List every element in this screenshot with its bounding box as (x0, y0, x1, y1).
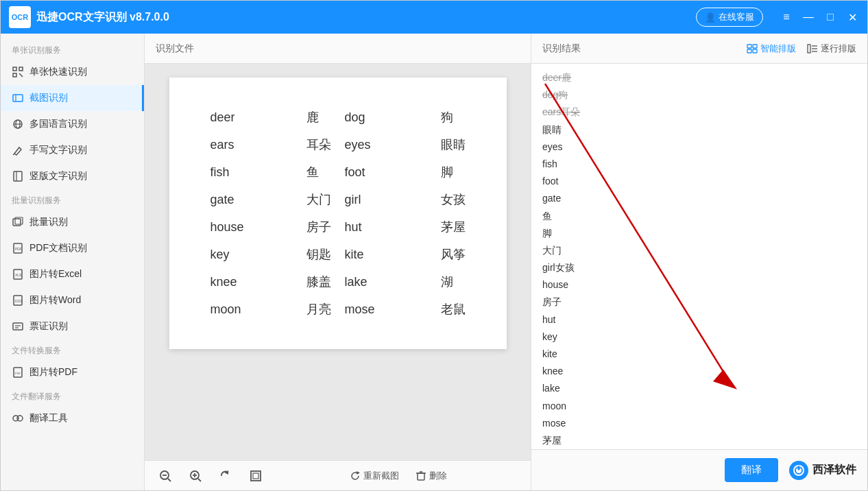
watermark-area: 西泽软件 (789, 461, 856, 480)
sidebar-item-img2pdf[interactable]: PDF 图片转PDF (1, 359, 144, 385)
fit-button[interactable] (246, 466, 265, 486)
result-item[interactable]: mose (542, 415, 856, 432)
globe-icon (12, 118, 24, 130)
svg-marker-37 (357, 471, 360, 475)
multilang-label: 多国语言识别 (29, 118, 87, 130)
sidebar-item-idcard[interactable]: 票证识别 (1, 313, 144, 339)
section2-title: 批量识别服务 (1, 189, 144, 209)
word-en: deer (210, 105, 265, 130)
online-service-button[interactable]: 👤 在线客服 (696, 8, 763, 27)
list-item: foot脚 (345, 160, 466, 184)
result-item[interactable]: key (542, 328, 856, 346)
img2pdf-label: 图片转PDF (29, 366, 77, 379)
result-item[interactable]: lake (542, 380, 856, 397)
word-cn: 老鼠 (441, 297, 466, 322)
sidebar-item-handwriting[interactable]: 手写文字识别 (1, 137, 144, 163)
result-item[interactable]: 鱼 (542, 208, 856, 225)
svg-point-26 (17, 416, 23, 421)
result-item[interactable]: girl女孩 (542, 259, 856, 276)
sidebar-item-word[interactable]: DOC 图片转Word (1, 287, 144, 313)
result-item[interactable]: fish (542, 156, 856, 173)
translate-button[interactable]: 翻译 (725, 458, 778, 482)
list-item: eyes眼睛 (345, 132, 466, 157)
word-cn: 风筝 (441, 242, 466, 267)
titlebar-actions: 👤 在线客服 ≡ — □ ✕ (696, 8, 859, 27)
sidebar-item-single-scan[interactable]: 单张快速识别 (1, 59, 144, 85)
svg-text:XLS: XLS (15, 273, 22, 277)
list-item: dog狗 (345, 105, 466, 130)
result-item[interactable]: knee (542, 363, 856, 380)
svg-line-9 (13, 154, 14, 155)
screenshot-icon (12, 92, 24, 104)
svg-rect-43 (747, 49, 751, 53)
zoom-in-button[interactable] (186, 466, 205, 486)
image-panel-title: 识别文件 (156, 43, 194, 55)
smart-layout-button[interactable]: 智能排版 (747, 43, 796, 55)
svg-line-33 (198, 479, 201, 481)
result-item[interactable]: 脚 (542, 225, 856, 242)
rotate-button[interactable] (216, 466, 235, 486)
result-item[interactable]: 茅屋 (542, 432, 856, 449)
result-item[interactable]: foot (542, 173, 856, 190)
result-item[interactable]: kite (542, 346, 856, 363)
result-item[interactable]: eyes (542, 139, 856, 156)
sidebar-item-multilang[interactable]: 多国语言识别 (1, 111, 144, 137)
sidebar-item-vertical[interactable]: 竖版文字识别 (1, 163, 144, 189)
svg-text:PDF: PDF (15, 372, 21, 375)
screenshot-label: 截图识别 (29, 92, 68, 104)
word-cn: 膝盖 (306, 270, 331, 294)
sidebar-item-excel[interactable]: XLS 图片转Excel (1, 261, 144, 287)
sidebar-item-batch[interactable]: 批量识别 (1, 209, 144, 235)
section4-title: 文件翻译服务 (1, 385, 144, 405)
word-en: ears (210, 132, 265, 157)
translate-label: 翻译工具 (29, 412, 68, 424)
result-item[interactable]: 大门 (542, 242, 856, 259)
image-panel: 识别文件 deer鹿 dog狗 ears耳朵 eyes眼睛 fish鱼 foot… (145, 34, 531, 490)
list-item: mose老鼠 (345, 297, 466, 322)
word-cn: 鱼 (306, 160, 319, 184)
result-item[interactable]: moon (542, 398, 856, 415)
svg-rect-45 (808, 45, 810, 53)
list-item: ears耳朵 (210, 132, 331, 157)
svg-rect-42 (753, 45, 757, 48)
zoom-out-button[interactable] (156, 466, 175, 486)
sidebar-item-screenshot[interactable]: 截图识别 (1, 85, 144, 111)
minimize-button[interactable]: — (801, 11, 815, 23)
menu-button[interactable]: ≡ (780, 11, 793, 23)
watermark-logo (789, 461, 808, 480)
result-content[interactable]: deer鹿 dog狗 ears耳朵 眼睛 eyes fish foot gate… (531, 64, 867, 449)
result-item[interactable]: dog狗 (542, 86, 856, 104)
svg-line-29 (168, 479, 171, 481)
word-en: eyes (345, 132, 400, 157)
list-item: lake湖 (345, 270, 466, 294)
excel-icon: XLS (12, 268, 24, 280)
sidebar-item-translate[interactable]: 翻译工具 (1, 405, 144, 431)
word-en: girl (345, 187, 400, 212)
section3-title: 文件转换服务 (1, 339, 144, 359)
sidebar-item-pdf[interactable]: PDF PDF文档识别 (1, 235, 144, 261)
word-en: house (210, 215, 265, 239)
delete-button[interactable]: 删除 (415, 470, 447, 482)
svg-rect-20 (13, 323, 23, 330)
image-panel-header: 识别文件 (145, 34, 531, 64)
maximize-button[interactable]: □ (823, 11, 837, 23)
svg-rect-0 (13, 67, 16, 71)
result-panel-title: 识别结果 (542, 43, 747, 55)
word-icon: DOC (12, 294, 24, 307)
scan-icon (12, 66, 24, 78)
result-item[interactable]: house (542, 276, 856, 294)
result-item[interactable]: gate (542, 190, 856, 207)
close-button[interactable]: ✕ (845, 11, 859, 24)
handwriting-label: 手写文字识别 (29, 144, 87, 156)
result-item[interactable]: 房子 (542, 294, 856, 311)
smart-layout-label: 智能排版 (760, 43, 796, 55)
result-item[interactable]: ears耳朵 (542, 104, 856, 121)
refresh-screenshot-button[interactable]: 重新截图 (350, 470, 399, 482)
single-scan-label: 单张快速识别 (29, 66, 87, 78)
result-item[interactable]: deer鹿 (542, 69, 856, 86)
list-item: fish鱼 (210, 160, 331, 184)
result-item[interactable]: 眼睛 (542, 121, 856, 139)
svg-rect-38 (418, 473, 424, 480)
line-layout-button[interactable]: 逐行排版 (807, 43, 856, 55)
result-item[interactable]: hut (542, 311, 856, 328)
